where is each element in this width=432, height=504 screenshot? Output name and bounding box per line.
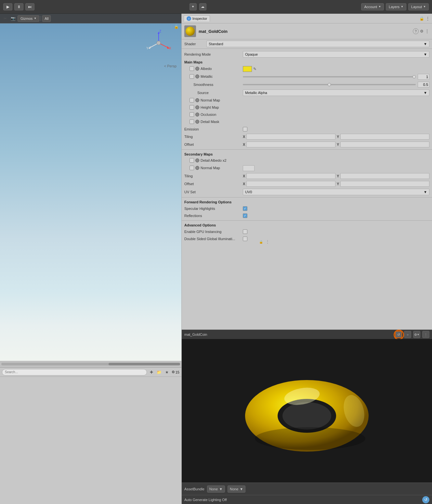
metallic-track[interactable] [243,76,416,77]
account-arrow-icon: ▼ [378,5,381,8]
scene-view[interactable]: ✂ 📷 Gizmos ▼ All Z [0,14,181,361]
inspector-body: Rendering Mode Opaque ▼ Main Maps Albedo [182,49,432,330]
albedo-checkbox[interactable] [190,66,194,71]
albedo-color-swatch[interactable] [243,66,252,72]
divider2 [182,197,432,198]
smoothness-thumb[interactable] [328,83,331,86]
svg-point-17 [255,427,365,450]
metallic-thumb[interactable] [412,75,416,78]
metallic-number[interactable]: 1 [418,74,429,80]
inspector-more-icon[interactable]: ⋮ [425,16,430,21]
secondary-offset-label: Offset [184,182,243,186]
albedo-pick-icon[interactable]: ✎ [253,67,256,71]
project-count-area[interactable]: ⚙ 15 [172,370,179,374]
secondary-offset-x-input[interactable]: 0 [246,181,335,187]
play-button[interactable]: ▶ [3,3,12,10]
preview-header: mat_GoldCoin ↺ ○ ⚙ ▼ ⋮ [182,330,432,339]
project-gear-icon: ⚙ [172,370,175,374]
auto-generate-button[interactable]: ↺ [422,496,429,503]
normal-map-checkbox[interactable] [190,98,194,102]
source-arrow-icon: ▼ [424,91,427,95]
shader-dropdown[interactable]: Standard ▼ [206,41,429,47]
layers-dropdown[interactable]: Layers ▼ [386,3,406,10]
offset-y-input[interactable]: 0 [340,142,429,147]
preview-options-icon: ⚙ [414,333,417,336]
secondary-maps-header: Secondary Maps [182,151,432,157]
secondary-tiling-row: Tiling X 1 Y 1 [182,172,432,180]
preview-more-button[interactable]: ⋮ [422,331,429,338]
scene-lock-icon[interactable]: 🔒 [174,24,179,29]
account-dropdown[interactable]: Account ▼ [361,3,384,10]
uv-set-arrow-icon: ▼ [424,190,427,194]
specular-highlights-checkbox[interactable] [243,206,247,211]
detail-albedo-checkbox[interactable] [190,158,194,163]
help-button[interactable]: ? [413,28,419,34]
smoothness-slider: 0.5 [243,82,429,88]
gpu-instancing-row: Enable GPU Instancing [182,228,432,235]
particles-icon[interactable]: ✦ [190,3,197,10]
uv-set-dropdown[interactable]: UV0 ▼ [243,189,429,195]
project-search-input[interactable] [2,369,147,375]
layout-dropdown[interactable]: Layout ▼ [408,3,429,10]
scene-camera-icon[interactable]: 📷 [10,15,16,22]
secondary-normal-number[interactable]: 1 [243,165,255,171]
detail-albedo-row: Detail Albedo x2 [182,157,432,164]
tiling-y-input[interactable]: 1 [340,134,429,140]
pause-button[interactable]: ⏸ [14,3,23,10]
smoothness-number[interactable]: 0.5 [418,82,429,88]
height-map-checkbox[interactable] [190,105,194,110]
metallic-checkbox[interactable] [190,74,194,79]
project-star-icon[interactable]: ★ [164,369,170,375]
rendering-mode-arrow-icon: ▼ [424,52,427,56]
project-lock-icon[interactable]: 🔒 [259,240,263,244]
gpu-instancing-checkbox[interactable] [243,229,247,234]
smoothness-track[interactable] [243,84,416,85]
height-map-text: Height Map [201,105,219,109]
tiling-x-input[interactable]: 1 [246,134,335,140]
specular-highlights-value [243,206,429,211]
cloud-icon[interactable]: ☁ [199,3,206,10]
offset-x-input[interactable]: 0 [246,142,335,147]
project-more-icon[interactable]: ⋮ [266,239,269,244]
double-sided-checkbox[interactable] [243,237,247,241]
inspector-tab[interactable]: i Inspector [184,15,210,21]
source-dropdown[interactable]: Metallic Alpha ▼ [243,89,429,96]
secondary-tiling-y-input[interactable]: 1 [340,173,429,179]
inspector-lock-icon[interactable]: 🔒 [419,16,424,21]
emission-checkbox[interactable] [243,127,247,131]
double-sided-label: Double Sided Global Illuminati... [184,237,243,241]
offset-x-label: X [243,143,245,146]
all-dropdown[interactable]: All [42,15,51,22]
project-add-icon[interactable]: ✚ [148,369,155,375]
asset-bundle-variant-dropdown[interactable]: None ▼ [228,485,245,493]
secondary-offset-y-input[interactable]: 0 [340,181,429,187]
secondary-normal-checkbox[interactable] [190,166,194,170]
height-map-row: Height Map [182,104,432,111]
secondary-offset-x-label: X [243,182,245,186]
project-folder-icon[interactable]: 📁 [156,369,163,375]
detail-mask-checkbox[interactable] [190,119,194,124]
scene-scroll-thumb[interactable] [109,363,180,365]
inspector-header-right: 🔒 ⋮ [419,16,430,21]
secondary-offset-row: Offset X 0 Y 0 [182,180,432,188]
scene-scrollbar[interactable] [1,363,180,365]
step-button[interactable]: ⏭ [25,3,34,10]
scene-tools-icon[interactable]: ✂ [2,15,8,22]
preview-options-button[interactable]: ⚙ ▼ [413,331,420,338]
rendering-mode-dropdown[interactable]: Opaque ▼ [243,51,429,58]
secondary-tiling-x-input[interactable]: 1 [246,173,335,179]
occlusion-checkbox[interactable] [190,112,194,117]
preview-refresh-button[interactable]: ↺ [395,331,402,338]
preview-shape-button[interactable]: ○ [404,331,411,338]
material-more-icon[interactable]: ⋮ [425,29,429,34]
metallic-label: Metallic [184,74,243,79]
material-settings-icon[interactable]: ⚙ [420,29,424,34]
gizmos-dropdown[interactable]: Gizmos ▼ [18,15,39,22]
reflections-checkbox[interactable] [243,213,247,218]
tiling-x-label: X [243,135,245,139]
svg-text:X: X [169,47,171,50]
albedo-circle-icon [195,67,199,71]
project-count: 15 [176,370,179,374]
asset-bundle-dropdown[interactable]: None ▼ [207,485,225,493]
scene-dots-icon[interactable]: ⋮ [170,25,173,28]
